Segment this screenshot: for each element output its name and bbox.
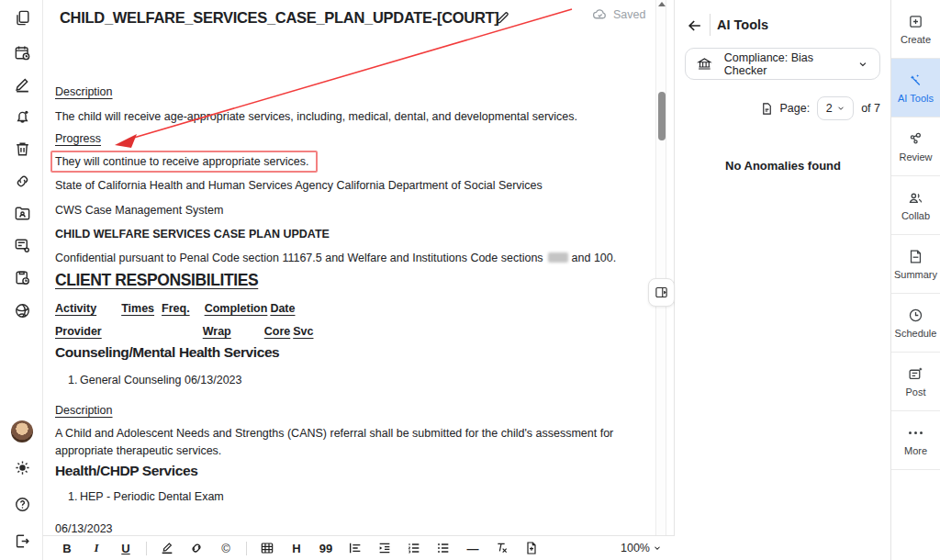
highlight-icon — [160, 541, 174, 555]
settings-gear-icon[interactable] — [12, 457, 32, 477]
heading-button[interactable]: H — [285, 537, 308, 559]
post-card-icon — [908, 366, 923, 382]
table-header-row-2: ProviderWrapCoreSvc — [55, 324, 313, 339]
page-icon — [760, 102, 774, 116]
health-heading: Health/CHDP Services — [55, 464, 197, 478]
update-heading: CHILD WELFARE SERVICES CASE PLAN UPDATE — [55, 227, 330, 241]
clear-format-button[interactable] — [490, 537, 514, 559]
document-editor: CHILD_WELFARE_SERVICES_CASE_PLAN_UPDATE-… — [43, 0, 675, 560]
user-avatar[interactable] — [11, 420, 33, 442]
left-sidebar — [0, 0, 43, 560]
ordered-list-icon — [407, 541, 421, 555]
rail-item-post[interactable]: Post — [891, 353, 940, 411]
signature-icon[interactable] — [12, 74, 32, 95]
link-icon[interactable] — [12, 171, 32, 191]
review-nodes-icon — [908, 131, 923, 147]
toolbar-divider — [146, 542, 147, 555]
toolbar-divider — [246, 542, 247, 555]
cans-description-label: Description — [55, 403, 113, 418]
clear-format-icon — [495, 541, 509, 555]
tool-selector-dropdown[interactable]: Compliance: Bias Checker — [685, 48, 880, 80]
ai-panel-header: AI Tools — [676, 0, 890, 44]
ai-panel-title: AI Tools — [717, 17, 768, 32]
bullet-list-button[interactable] — [431, 537, 455, 559]
notifications-icon[interactable] — [12, 106, 32, 127]
tool-selector-label: Compliance: Bias Checker — [724, 51, 857, 77]
open-panel-icon — [655, 286, 668, 299]
anomaly-result-text: No Anomalies found — [676, 159, 890, 173]
ordered-list-button[interactable] — [402, 537, 426, 559]
insert-link-button[interactable] — [185, 537, 208, 559]
header-divider — [710, 14, 711, 36]
link-icon — [189, 541, 204, 555]
globe-icon[interactable] — [12, 300, 32, 320]
bold-button[interactable]: B — [55, 537, 79, 559]
progress-label: Progress — [55, 131, 101, 146]
counseling-heading: Counseling/Mental Health Services — [55, 345, 279, 360]
chevron-down-icon — [653, 543, 662, 553]
logout-icon[interactable] — [12, 531, 32, 551]
back-arrow-icon[interactable] — [686, 17, 704, 35]
ai-tools-panel: AI Tools Compliance: Bias Checker Page: … — [676, 0, 890, 560]
indent-button[interactable] — [373, 537, 397, 559]
clipboard-clock-icon[interactable] — [12, 267, 32, 287]
zoom-control[interactable]: 100% — [621, 542, 662, 554]
rail-item-review[interactable]: Review — [891, 118, 940, 176]
document-scrollbar[interactable] — [655, 0, 666, 535]
highlight-button[interactable] — [155, 537, 179, 559]
scrollbar-thumb[interactable] — [658, 92, 666, 140]
feature-rail: Create AI Tools Review Collab Summary Sc… — [890, 0, 940, 560]
insert-table-button[interactable] — [255, 537, 279, 559]
bullet-list-icon — [436, 541, 451, 555]
create-plus-icon — [908, 14, 923, 29]
copy-icon[interactable] — [12, 7, 32, 28]
chevron-down-icon — [857, 59, 868, 70]
italic-button[interactable]: I — [84, 537, 108, 559]
ai-sparkle-icon — [908, 73, 923, 88]
page-navigation: Page: 2 of 7 — [760, 96, 880, 120]
zoom-level: 100% — [621, 542, 650, 554]
rail-item-schedule[interactable]: Schedule — [891, 294, 940, 353]
blockquote-button[interactable]: 99 — [314, 537, 338, 559]
counseling-list-item: 1.General Counseling 06/13/2023 — [55, 373, 242, 387]
align-left-button[interactable] — [343, 537, 367, 559]
calendar-clock-icon[interactable] — [12, 42, 32, 62]
client-responsibilities-heading: CLIENT RESPONSIBILITIES — [55, 273, 258, 287]
folder-user-icon[interactable] — [12, 203, 32, 223]
page-break-icon — [524, 541, 539, 555]
help-icon[interactable] — [12, 494, 32, 514]
rail-item-collab[interactable]: Collab — [891, 176, 940, 235]
annotation-highlight-box: They will continue to receive appropriat… — [50, 151, 318, 173]
table-header-row-1: ActivityTimesFreq.CompletionDate — [55, 301, 295, 316]
document-content[interactable]: Description The child will receive age-a… — [43, 0, 674, 535]
cans-description-text: A Child and Adolescent Needs and Strengt… — [55, 425, 650, 460]
underline-button[interactable]: U — [114, 537, 138, 559]
summary-doc-icon — [908, 249, 923, 264]
page-break-button[interactable] — [520, 537, 543, 559]
horizontal-rule-button[interactable]: — — [461, 537, 485, 559]
page-total: of 7 — [861, 102, 880, 115]
form-edit-icon[interactable] — [12, 235, 32, 255]
page-select-dropdown[interactable]: 2 — [817, 96, 854, 120]
page-label: Page: — [779, 102, 810, 115]
collab-people-icon — [908, 190, 923, 206]
rail-item-create[interactable]: Create — [891, 0, 940, 59]
panel-toggle-button[interactable] — [648, 278, 675, 307]
copyright-button[interactable]: © — [214, 537, 238, 559]
rail-item-summary[interactable]: Summary — [891, 235, 940, 294]
health-list-item: 1.HEP - Periodic Dental Exam — [55, 489, 224, 504]
align-left-icon — [348, 541, 363, 555]
description-label: Description — [55, 84, 113, 99]
scroll-up-arrow[interactable] — [658, 2, 666, 6]
rail-item-more[interactable]: More — [891, 411, 940, 470]
progress-text: They will continue to receive appropriat… — [55, 155, 309, 168]
description-text: The child will receive age-appropriate s… — [55, 109, 577, 124]
rail-item-ai-tools[interactable]: AI Tools — [891, 59, 940, 118]
indent-icon — [377, 541, 392, 555]
confidential-line: Confidential pursuant to Penal Code sect… — [55, 251, 616, 265]
table-icon — [260, 541, 274, 555]
redacted-text — [548, 252, 568, 263]
formatting-toolbar: B I U © H 99 — 100% — [43, 535, 675, 560]
trash-icon[interactable] — [12, 139, 32, 159]
compliance-bank-icon — [697, 56, 712, 72]
